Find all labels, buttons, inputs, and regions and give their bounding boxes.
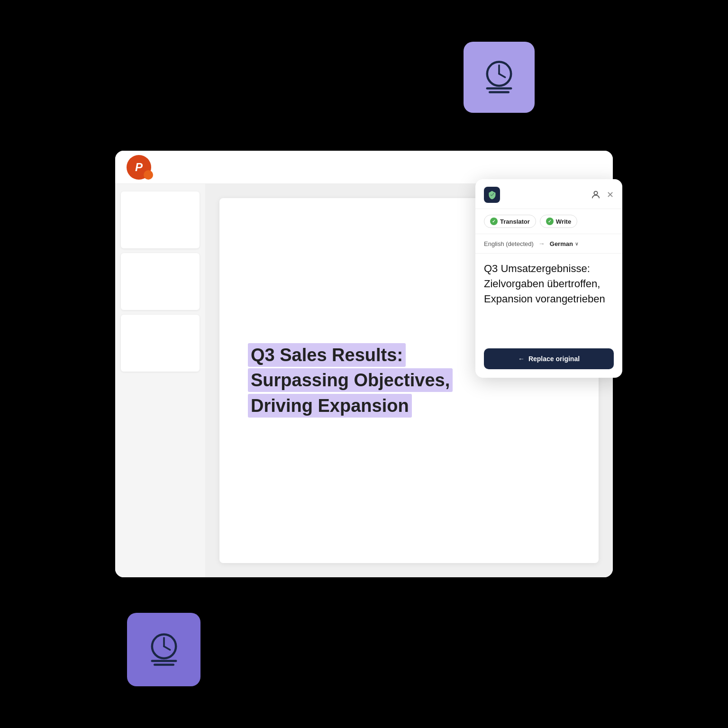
slide-thumb-1[interactable] [121,191,200,248]
svg-point-5 [594,191,597,195]
slide-title-line2: Surpassing Objectives, [248,368,453,392]
clock-icon-bottom [143,628,185,671]
feature-badges: ✓ Translator ✓ Write [475,209,622,234]
chevron-down-icon: ∨ [575,241,578,246]
source-language: English (detected) [484,240,534,247]
translator-check-icon: ✓ [490,218,498,225]
powerpoint-icon: P [127,155,151,180]
clock-icon-top [478,56,520,99]
logo-icon [487,190,497,200]
slide-title-line1: Q3 Sales Results: [248,343,406,367]
svg-line-2 [499,74,505,77]
target-language-dropdown[interactable]: German ∨ [550,240,578,247]
slide-title: Q3 Sales Results: Surpassing Objectives,… [248,343,453,419]
panel-header-actions: ✕ [591,190,614,200]
translation-panel: ✕ ✓ Translator ✓ Write [475,179,622,378]
translator-badge[interactable]: ✓ Translator [484,215,536,228]
slide-title-line3: Driving Expansion [248,394,412,418]
user-icon[interactable] [591,190,601,200]
powerpoint-window: P Q3 Sales Results: Surpassing Objective… [115,151,613,577]
arrow-right-icon: → [538,240,545,247]
replace-original-button[interactable]: ← Replace original [484,348,614,369]
write-badge[interactable]: ✓ Write [540,215,577,228]
close-icon[interactable]: ✕ [607,190,614,200]
write-check-icon: ✓ [546,218,554,225]
panel-header: ✕ [475,179,622,209]
clock-decoration-top [464,42,535,113]
clock-decoration-bottom [127,613,200,686]
slide-thumb-2[interactable] [121,253,200,310]
language-selector: English (detected) → German ∨ [475,234,622,254]
slide-panel [115,184,205,577]
svg-line-8 [164,646,170,649]
app-logo [484,187,500,203]
slide-thumb-3[interactable] [121,315,200,372]
translation-output: Q3 Umsatzergebnisse: Zielvorgaben übertr… [475,254,622,348]
